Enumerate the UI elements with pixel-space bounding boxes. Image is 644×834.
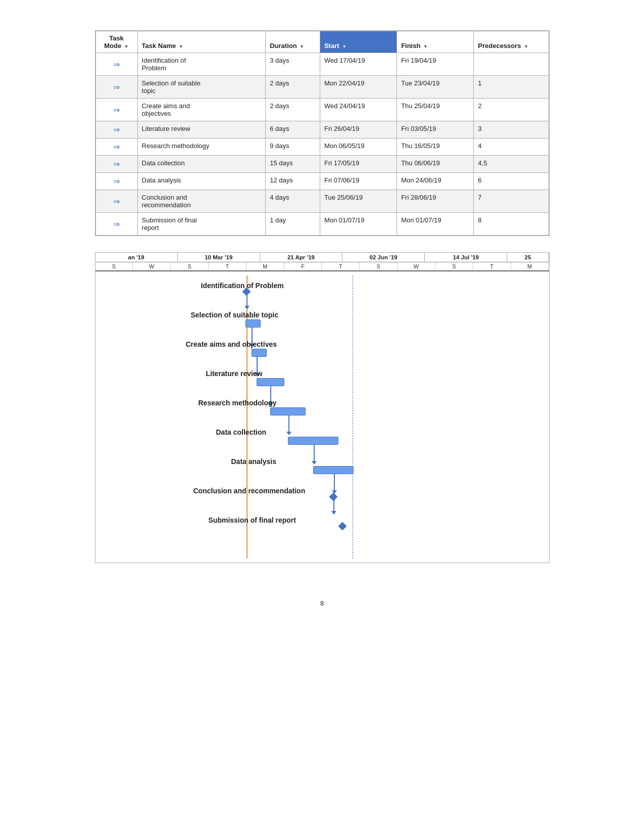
sort-icon: ▼ (179, 44, 183, 49)
gantt-bar (257, 378, 284, 386)
task-mode-cell: ⇒ (95, 190, 137, 213)
predecessors-cell: 3 (474, 121, 549, 138)
start-cell: Wed 17/04/19 (320, 53, 397, 76)
gantt-connector (314, 445, 315, 461)
finish-cell: Fri 28/06/19 (397, 190, 474, 213)
start-cell: Fri 26/04/19 (320, 121, 397, 138)
gantt-task-label: Research methodology (199, 399, 277, 407)
duration-cell: 9 days (266, 138, 320, 156)
gantt-task-label: Conclusion and recommendation (193, 487, 306, 495)
gantt-day-cell: M (246, 262, 284, 270)
task-mode-cell: ⇒ (95, 99, 137, 121)
gantt-month-cell: 02 Jun '19 (342, 253, 425, 262)
duration-cell: 3 days (266, 53, 320, 76)
task-mode-cell: ⇒ (95, 121, 137, 138)
predecessors-cell: 1 (474, 76, 549, 99)
predecessors-cell (474, 53, 549, 76)
finish-cell: Thu 16/05/19 (397, 138, 474, 156)
finish-cell: Mon 24/06/19 (397, 173, 474, 190)
table-row: ⇒Submission of final report1 dayMon 01/0… (95, 213, 549, 236)
table-row: ⇒Selection of suitable topic2 daysMon 22… (95, 76, 549, 99)
duration-cell: 12 days (266, 173, 320, 190)
col-duration: Duration ▼ (266, 31, 320, 53)
gantt-task-label: Data analysis (231, 457, 277, 466)
gantt-day-cell: T (322, 262, 360, 270)
gantt-arrow (312, 461, 317, 465)
gantt-month-cell: 21 Apr '19 (260, 253, 342, 262)
gantt-task-label: Literature review (206, 369, 263, 378)
task-mode-icon: ⇒ (113, 60, 120, 69)
task-mode-icon: ⇒ (113, 125, 120, 134)
task-mode-icon: ⇒ (113, 176, 120, 186)
gantt-connector (333, 500, 334, 511)
gantt-task-label: Selection of suitable topic (191, 311, 278, 319)
duration-cell: 2 days (266, 76, 320, 99)
predecessors-cell: 4,5 (474, 156, 549, 173)
table-row: ⇒Create aims and objectives2 daysWed 24/… (95, 99, 549, 121)
table-row: ⇒Literature review6 daysFri 26/04/19Fri … (95, 121, 549, 138)
gantt-day-cell: S (171, 262, 209, 270)
finish-cell: Fri 03/05/19 (397, 121, 474, 138)
task-name-cell: Selection of suitable topic (137, 76, 266, 99)
sort-icon: ▼ (124, 44, 129, 49)
task-name-cell: Research methodology (137, 138, 266, 156)
gantt-arrow (331, 511, 336, 515)
gantt-day-cell: S (360, 262, 398, 270)
gantt-diamond (338, 522, 346, 531)
task-mode-cell: ⇒ (95, 138, 137, 156)
predecessors-cell: 7 (474, 190, 549, 213)
finish-cell: Mon 01/07/19 (397, 213, 474, 236)
task-name-cell: Data analysis (137, 173, 266, 190)
finish-cell: Thu 06/06/19 (397, 156, 474, 173)
predecessors-cell: 4 (474, 138, 549, 156)
gantt-bar (252, 349, 267, 357)
gantt-connector (334, 474, 335, 490)
start-cell: Fri 07/06/19 (320, 173, 397, 190)
gantt-task-label: Identification of Problem (201, 282, 284, 290)
task-name-cell: Create aims and objectives (137, 99, 266, 121)
table-row: ⇒Identification of Problem3 daysWed 17/0… (95, 53, 549, 76)
col-start: Start ▼ (320, 31, 397, 53)
table-row: ⇒Research methodology9 daysMon 06/05/19T… (95, 138, 549, 156)
gantt-day-cell: M (511, 262, 549, 270)
col-task-name: Task Name ▼ (137, 31, 266, 53)
task-name-cell: Literature review (137, 121, 266, 138)
gantt-month-cell: 10 Mar '19 (178, 253, 260, 262)
gantt-arrow (244, 306, 250, 309)
task-mode-cell: ⇒ (95, 156, 137, 173)
gantt-day-cell: W (398, 262, 435, 270)
task-mode-cell: ⇒ (95, 76, 137, 99)
gantt-task-label: Data collection (216, 428, 267, 436)
task-mode-icon: ⇒ (113, 82, 120, 92)
task-mode-icon: ⇒ (113, 197, 120, 206)
start-cell: Tue 25/06/19 (320, 190, 397, 213)
predecessors-cell: 6 (474, 173, 549, 190)
gantt-day-cell: S (435, 262, 473, 270)
table-row: ⇒Data collection15 daysFri 17/05/19Thu 0… (95, 156, 549, 173)
task-name-cell: Identification of Problem (137, 53, 266, 76)
gantt-section: an '1910 Mar '1921 Apr '1902 Jun '1914 J… (95, 252, 550, 563)
gantt-day-cell: T (473, 262, 511, 270)
col-finish: Finish ▼ (397, 31, 474, 53)
col-predecessors: Predecessors ▼ (474, 31, 549, 53)
task-name-cell: Conclusion and recommendation (137, 190, 266, 213)
gantt-bar (313, 466, 354, 474)
gantt-day-cell: W (133, 262, 171, 270)
start-cell: Mon 01/07/19 (320, 213, 397, 236)
sort-icon: ▼ (342, 44, 346, 49)
start-cell: Wed 24/04/19 (320, 99, 397, 121)
gantt-connector (246, 295, 247, 306)
predecessors-cell: 2 (474, 99, 549, 121)
gantt-month-cell: 14 Jul '19 (425, 253, 507, 262)
task-mode-cell: ⇒ (95, 53, 137, 76)
task-name-cell: Submission of final report (137, 213, 266, 236)
gantt-day-cell: T (209, 262, 246, 270)
gantt-bar (245, 319, 261, 328)
col-task-mode: TaskMode ▼ (95, 31, 137, 53)
task-mode-cell: ⇒ (95, 173, 137, 190)
duration-cell: 2 days (266, 99, 320, 121)
sort-icon: ▼ (524, 44, 528, 49)
gantt-day-cell: S (95, 262, 133, 270)
predecessors-cell: 8 (474, 213, 549, 236)
task-mode-icon: ⇒ (113, 219, 120, 229)
